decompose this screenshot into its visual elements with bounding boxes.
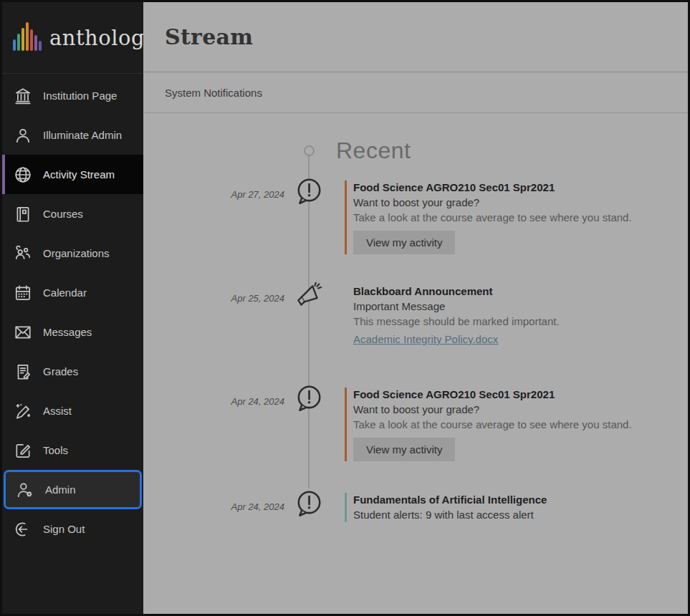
globe-icon [13, 165, 32, 184]
subnav-item-system-notifications[interactable]: System Notifications [165, 87, 262, 99]
sidebar-item-label: Grades [43, 365, 78, 377]
sidebar-item-illuminate-admin[interactable]: Illuminate Admin [2, 115, 143, 155]
organizations-icon [13, 244, 32, 263]
stream-item-date: Apr 24, 2024 [231, 501, 284, 512]
stream-item-date: Apr 27, 2024 [231, 189, 284, 200]
stream-item-line1: Want to boost your grade? [353, 402, 632, 417]
subnav: System Notifications [143, 72, 688, 113]
alert-bubble-icon [294, 176, 324, 209]
sidebar-item-grades[interactable]: Grades [2, 352, 143, 391]
stream-item-title: Food Science AGRO210 Sec01 Spr2021 [353, 181, 632, 195]
stream-item-line1: Student alerts: 9 with last access alert [353, 507, 547, 522]
stream-item-line2: This message should be marked important. [353, 314, 560, 329]
sidebar-item-label: Activity Stream [43, 168, 115, 181]
institution-icon [13, 86, 32, 105]
alert-bubble-icon [294, 383, 324, 416]
stream-item-title: Blackboard Announcement [353, 284, 560, 299]
stream-item-title: Food Science AGRO210 Sec01 Spr2021 [353, 388, 632, 402]
signout-icon [13, 519, 32, 539]
sidebar-item-messages[interactable]: Messages [2, 312, 143, 352]
grades-icon [13, 362, 32, 381]
page-header: Stream [143, 2, 688, 72]
megaphone-icon [292, 280, 325, 314]
stream-item-line2: Take a look at the course average to see… [353, 210, 632, 225]
stream-item-list: Apr 27, 2024Food Science AGRO210 Sec01 S… [143, 181, 688, 522]
recent-section-header: Recent [143, 136, 688, 165]
app-window: anthology Institution PageIlluminate Adm… [0, 0, 690, 616]
stream-item: Apr 24, 2024Food Science AGRO210 Sec01 S… [143, 388, 688, 461]
sidebar-item-activity-stream[interactable]: Activity Stream [2, 155, 143, 194]
anthology-logo-icon [11, 20, 43, 56]
stream-item-date: Apr 24, 2024 [231, 396, 284, 407]
sidebar: anthology Institution PageIlluminate Adm… [2, 2, 143, 614]
sidebar-item-organizations[interactable]: Organizations [2, 234, 143, 273]
view-my-activity-button[interactable]: View my activity [353, 438, 455, 461]
sidebar-item-assist[interactable]: Assist [2, 391, 143, 430]
stream-item-date: Apr 25, 2024 [231, 293, 284, 304]
alert-bubble-icon [294, 489, 324, 521]
courses-icon [13, 204, 32, 223]
attachment-link[interactable]: Academic Integrity Policy.docx [353, 333, 498, 345]
anthology-logo-text: anthology [49, 26, 157, 50]
anthology-logo: anthology [2, 2, 143, 74]
person-icon [13, 125, 32, 145]
assist-icon [13, 401, 32, 420]
sidebar-item-label: Admin [45, 483, 76, 496]
sidebar-item-label: Assist [43, 405, 72, 417]
sidebar-item-label: Calendar [43, 287, 87, 299]
sidebar-nav: Institution PageIlluminate AdminActivity… [2, 74, 143, 549]
sidebar-item-label: Illuminate Admin [43, 129, 122, 141]
stream-item-title: Fundamentals of Artificial Intelligence [353, 493, 547, 507]
stream-item: Apr 24, 2024Fundamentals of Artificial I… [143, 493, 688, 522]
stream-item-line1: Want to boost your grade? [353, 195, 632, 210]
sidebar-item-label: Sign Out [43, 523, 85, 535]
sidebar-item-institution-page[interactable]: Institution Page [2, 76, 143, 115]
sidebar-item-label: Institution Page [43, 90, 117, 102]
sidebar-item-courses[interactable]: Courses [2, 194, 143, 234]
activity-stream: Recent Apr 27, 2024Food Science AGRO210 … [143, 113, 688, 614]
stream-item-line1: Important Message [353, 299, 560, 314]
timeline-start-dot [304, 145, 315, 156]
stream-item: Apr 27, 2024Food Science AGRO210 Sec01 S… [143, 181, 688, 254]
recent-section-title: Recent [336, 138, 411, 164]
main-panel: Stream System Notifications Recent Apr 2… [143, 2, 688, 614]
sidebar-item-label: Messages [43, 326, 92, 338]
sidebar-item-label: Tools [43, 444, 68, 456]
view-my-activity-button[interactable]: View my activity [353, 231, 455, 254]
sidebar-item-label: Courses [43, 208, 83, 220]
sidebar-item-calendar[interactable]: Calendar [2, 273, 143, 312]
sidebar-item-tools[interactable]: Tools [2, 430, 143, 470]
sidebar-item-sign-out[interactable]: Sign Out [2, 509, 143, 549]
stream-item: Apr 25, 2024Blackboard AnnouncementImpor… [143, 284, 688, 346]
calendar-icon [13, 283, 32, 302]
admin-icon [15, 480, 34, 499]
stream-item-line2: Take a look at the course average to see… [353, 417, 632, 432]
sidebar-item-label: Organizations [43, 247, 110, 259]
sidebar-item-admin[interactable]: Admin [4, 470, 142, 509]
page-title: Stream [165, 24, 253, 49]
tools-icon [13, 441, 32, 460]
messages-icon [13, 322, 32, 342]
